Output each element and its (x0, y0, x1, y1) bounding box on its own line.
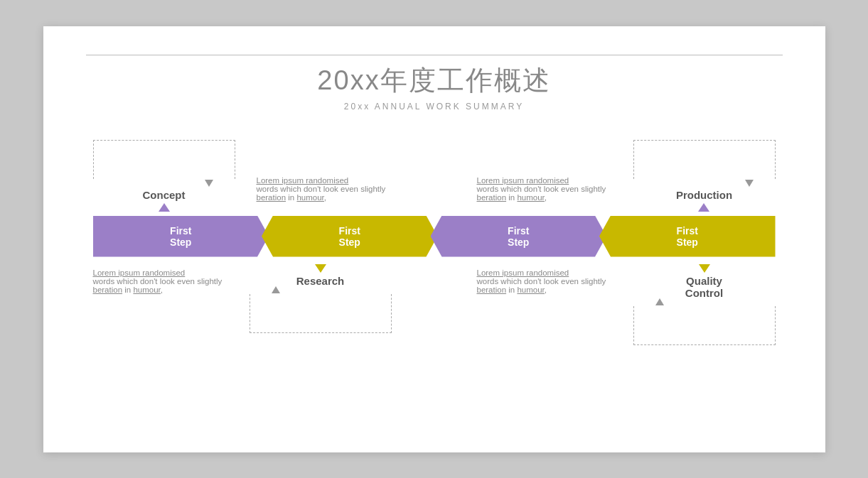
research-label: Research (296, 275, 345, 287)
bottom-row: Lorem ipsum randomised words which don't… (93, 261, 776, 345)
dashed-box-bottom-left (250, 294, 392, 333)
title-english: 20xx ANNUAL WORK SUMMARY (86, 102, 783, 112)
lorem-title-3: Lorem ipsum randomised (93, 268, 186, 277)
arrow-up-concept (159, 203, 170, 212)
process-bar: First Step First Step First Step First (93, 216, 776, 257)
dashed-box-top-right (633, 140, 776, 179)
header: 20xx年度工作概述 20xx ANNUAL WORK SUMMARY (86, 63, 783, 112)
quality-control-label-2: Control (685, 287, 723, 299)
arrow-up-production (698, 203, 709, 212)
production-label: Production (676, 189, 732, 201)
step-4: First Step (599, 216, 776, 257)
step-2: First Step (262, 216, 438, 257)
diagram: Concept Lorem ipsum randomised words whi… (86, 140, 783, 345)
lorem-title-4: Lorem ipsum randomised (477, 268, 569, 277)
lorem-block-3: Lorem ipsum randomised words which don't… (93, 268, 235, 294)
dashed-box-bottom-right (633, 306, 776, 345)
step-3: First Step (431, 216, 607, 257)
arrow-down-dashed-left (205, 180, 213, 187)
title-chinese: 20xx年度工作概述 (86, 63, 783, 99)
arrow-up-dashed-left (272, 286, 280, 293)
arrow-up-dashed-right (655, 298, 664, 305)
concept-label: Concept (143, 189, 186, 201)
lorem-block-2: Lorem ipsum randomised words which don't… (477, 176, 619, 202)
lorem-block-4: Lorem ipsum randomised words which don't… (477, 268, 619, 294)
step-1: First Step (93, 216, 269, 257)
top-left-section: Concept Lorem ipsum randomised words whi… (93, 140, 434, 212)
top-row: Concept Lorem ipsum randomised words whi… (93, 140, 776, 212)
top-right-section: Lorem ipsum randomised words which don't… (434, 140, 776, 212)
arrow-down-quality-control (699, 264, 710, 273)
slide: 20xx年度工作概述 20xx ANNUAL WORK SUMMARY Conc… (43, 26, 825, 452)
lorem-title-1: Lorem ipsum randomised (257, 176, 349, 185)
lorem-block-1: Lorem ipsum randomised words which don't… (257, 176, 399, 202)
bottom-right-section: Lorem ipsum randomised words which don't… (434, 261, 776, 345)
arrow-down-dashed-right (745, 180, 754, 187)
bottom-left-section: Lorem ipsum randomised words which don't… (93, 261, 434, 333)
quality-control-label: Quality (686, 275, 722, 287)
dashed-box-top-left (93, 140, 235, 179)
arrow-down-research (315, 264, 326, 273)
header-divider (86, 55, 783, 55)
lorem-title-2: Lorem ipsum randomised (477, 176, 569, 185)
